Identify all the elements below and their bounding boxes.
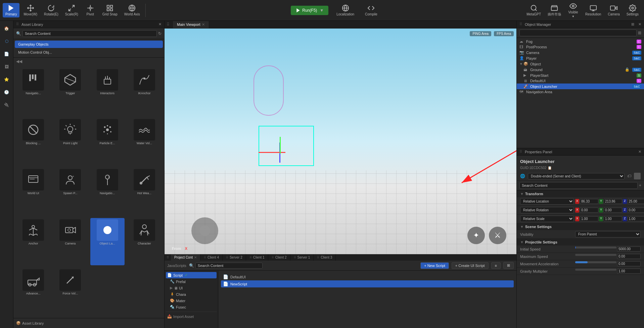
network-select[interactable]: Double-ended (Server and Client) [528,173,625,179]
obj-navarea[interactable]: 🗺 Navigation Area [517,89,644,95]
vp-ctrl-btn-2[interactable]: ⚔ [489,227,506,244]
asset-item-world-ui[interactable]: World UI [16,168,50,215]
bottom-tab-server2[interactable]: ⠿ Server 2 [223,254,246,261]
world-axis-btn[interactable]: World Axis [122,3,143,17]
obj-ground[interactable]: 🏔 Ground 🔒 S&C [517,67,644,72]
obj-playerstart[interactable]: ▶ PlayerStart S [517,72,644,78]
asset-item-blocking[interactable]: Blocking ... [16,118,50,165]
asset-item-force-vol[interactable]: Force Vol... [53,268,87,315]
metagpt-btn[interactable]: MetaGPT [524,3,544,17]
rot-z-input[interactable] [628,208,644,213]
bottom-tab-client2[interactable]: ⠿ Client 2 [268,254,290,261]
obj-object-group[interactable]: ▼ 📦 Object [517,61,644,67]
obj-player[interactable]: 👤 Player S&C [517,55,644,61]
asset-item-particle[interactable]: Particle E... [90,118,125,165]
asset-item-point-light[interactable]: Point Light [53,118,87,165]
projectile-settings-section[interactable]: ▼ Projectile Settings [517,239,644,245]
category-motion-btn[interactable]: Motion Control Obj... [15,49,163,56]
visible-btn[interactable]: Visible ▼ [565,1,581,19]
resolution-btn[interactable]: Resolution [583,3,604,17]
sidebar-script-btn[interactable]: 📄 [2,49,12,59]
sidebar-object-btn[interactable]: ⬡ [2,36,12,46]
initial-speed-input[interactable] [617,247,641,252]
camera-btn[interactable]: Camera [605,3,623,17]
max-speed-slider[interactable] [575,254,616,256]
obj-defaultui[interactable]: 🖥 DefaultUI C [517,78,644,84]
transform-section[interactable]: ▼ Transform [517,190,644,197]
asset-item-character[interactable]: Character [127,218,162,265]
asset-item-anchor[interactable]: Anchor [16,218,50,265]
main-viewport[interactable]: PING Area FPS Area From X ✦ ⚔ [165,29,516,254]
bottom-tab-client3[interactable]: ⠿ Client 3 [314,254,336,261]
rot-y-input[interactable] [604,208,622,213]
obj-manager-filter[interactable]: ⊞ [631,22,634,26]
sidebar-clock-btn[interactable]: 🕐 [2,87,12,97]
movement-accel-slider[interactable] [575,261,616,263]
run-btn[interactable]: Run(F5) ▼ [291,6,328,15]
tree-fusec[interactable]: 🔩 Fusec [166,304,217,310]
new-script-btn[interactable]: + New Script [420,262,449,269]
scale-z-input[interactable] [628,216,644,221]
visibility-select[interactable]: From Parent [575,231,641,237]
vp-ctrl-btn-1[interactable]: ✦ [467,227,485,244]
obj-postprocess[interactable]: 🎞 PostProcess C [517,44,644,50]
vp-joystick[interactable] [191,217,218,244]
primary-btn[interactable]: Primary [3,3,19,17]
tree-ui[interactable]: ▶ 🖥 UI [166,285,217,291]
compile-btn[interactable]: Compile [362,3,380,17]
bottom-tab-client4[interactable]: ⠿ Client 4 [200,254,223,261]
category-gameplay-btn[interactable]: Gameplay Objects [15,41,163,48]
viewport-tab-close[interactable]: ✕ [202,22,205,27]
bottom-tab-server1[interactable]: ⠿ Server 1 [290,254,314,261]
asset-item-water[interactable]: Water Vol... [127,118,162,165]
viewport-tab-main[interactable]: Main Viewport ✕ [173,21,209,28]
asset-collapse-btn[interactable]: ◀◀ [13,58,164,65]
scale-btn[interactable]: Scale(R) [62,3,81,17]
refresh-icon[interactable]: ↻ [158,31,162,36]
asset-library-close[interactable]: ✕ [158,22,162,26]
gravity-input[interactable] [617,269,641,274]
asset-item-advance[interactable]: Advance... [16,268,50,315]
asset-item-object-launcher[interactable]: Object La... [90,218,125,265]
initial-speed-slider[interactable] [575,247,616,249]
rot-x-input[interactable] [580,208,598,213]
store-btn[interactable]: 插件市场 [545,3,564,18]
obj-object-launcher[interactable]: 🚀 Object Launcher S&C [517,84,644,89]
gravity-slider[interactable] [575,269,616,271]
movement-accel-input[interactable] [617,261,641,266]
rel-location-select[interactable]: Relative Location [520,198,574,205]
asset-item-spawn[interactable]: Spawn P... [53,168,87,215]
sidebar-home-btn[interactable]: 🏠 [2,23,12,34]
asset-item-interactors[interactable]: Interactors [90,68,125,115]
scale-y-input[interactable] [604,216,622,221]
obj-search-input[interactable] [519,30,637,36]
rotate-btn[interactable]: Rotate(E) [41,3,61,17]
loc-y-input[interactable] [604,199,622,204]
move-btn[interactable]: Move(W) [21,3,40,17]
settings-btn[interactable]: Settings [624,3,641,17]
tree-import[interactable]: 📥 Import Asset [166,313,217,320]
pivot-btn[interactable]: Pivot [82,3,98,17]
tree-prefal[interactable]: 🔧 Prefal [166,278,217,285]
rel-scale-select[interactable]: Relative Scale [520,216,574,222]
props-close[interactable]: ✕ [638,150,641,154]
new-ui-script-btn[interactable]: + Create UI Script [452,262,489,269]
props-search-input[interactable] [519,182,638,189]
color-swatch[interactable] [634,173,641,179]
max-speed-input[interactable] [617,254,641,259]
asset-item-ikanchor[interactable]: IKAnchor [127,68,162,115]
grid-view-btn[interactable]: ⊞ [503,262,514,269]
asset-item-navigation2[interactable]: Navigatio... [90,168,125,215]
asset-item-hot-weapon[interactable]: Hot Wea... [127,168,162,215]
bottom-tab-project[interactable]: Project Cont ✕ [171,254,200,261]
localization-btn[interactable]: Localization [334,3,357,17]
asset-item-camera[interactable]: Camera [53,218,87,265]
asset-search-input[interactable] [22,30,157,37]
grid-snap-btn[interactable]: Grid Snap [100,3,120,17]
obj-filter-icon[interactable]: ⊞ [638,31,641,35]
list-view-btn[interactable]: ≡ [491,262,501,269]
obj-fog[interactable]: ☁ Fog C [517,39,644,44]
tree-mater[interactable]: 🎨 Mater [166,297,217,304]
rel-rotation-select[interactable]: Relative Rotation [520,207,574,213]
scene-settings-section[interactable]: ▼ Scene Settings [517,223,644,230]
